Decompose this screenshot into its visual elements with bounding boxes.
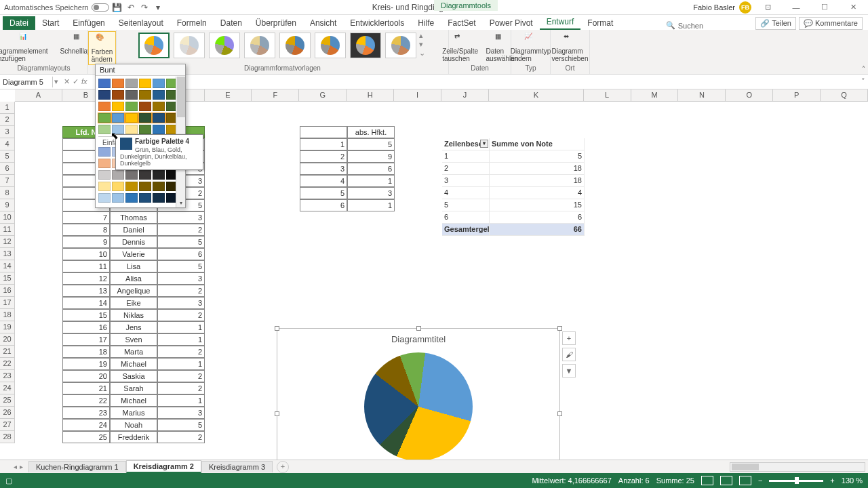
cancel-formula-icon[interactable]: ✕ [64,77,70,86]
cell[interactable]: 4 [442,187,490,199]
resize-handle[interactable] [275,411,279,416]
cell[interactable]: Sarah [110,382,157,394]
palette-row[interactable] [98,79,182,88]
row-header[interactable]: 12 [0,236,14,248]
color-swatch[interactable] [112,102,124,111]
row-header[interactable]: 5 [0,150,14,163]
color-swatch[interactable] [153,193,165,203]
color-swatch[interactable] [98,102,111,111]
cell[interactable]: 23 [62,407,110,419]
column-header[interactable]: A [15,89,62,101]
color-swatch[interactable] [98,147,111,157]
cell[interactable]: 14 [62,297,110,309]
row-header[interactable]: 25 [0,394,14,407]
pie-chart[interactable] [364,352,473,460]
row-header[interactable]: 4 [0,138,14,150]
row-header[interactable]: 24 [0,382,14,394]
cell[interactable]: 1 [347,199,395,211]
color-swatch[interactable] [98,90,111,100]
cell[interactable]: 12 [62,272,110,285]
scroll-down-icon[interactable]: ▾ [177,199,185,207]
cell[interactable]: Summe von Note [490,138,585,150]
cell[interactable]: Daniel [110,224,157,236]
tab-entwicklertools[interactable]: Entwicklertools [343,16,411,30]
palette-row[interactable] [98,102,182,111]
styles-up-icon[interactable]: ▴ [419,31,429,40]
resize-handle[interactable] [557,326,562,331]
column-header[interactable]: O [726,89,773,101]
column-header[interactable]: K [489,89,584,101]
cell[interactable]: 15 [62,309,110,321]
color-swatch[interactable] [125,79,138,88]
row-header[interactable]: 7 [0,175,14,187]
column-header[interactable]: M [631,89,679,101]
cell[interactable]: 24 [62,419,110,431]
cell[interactable]: 1 [157,321,205,333]
enter-formula-icon[interactable]: ✓ [73,77,79,86]
chart-style-1[interactable] [138,33,170,58]
row-header[interactable]: 20 [0,333,14,346]
styles-more-icon[interactable]: ⌄ [419,49,429,58]
color-swatch[interactable] [125,113,138,123]
cell[interactable]: Angelique [110,285,157,297]
minimize-icon[interactable]: — [784,1,808,14]
cell[interactable]: 18 [490,175,585,187]
filter-dropdown-icon[interactable]: ▾ [480,140,488,148]
scroll-thumb[interactable] [177,77,185,117]
cell[interactable]: Michael [110,358,157,370]
cell[interactable]: Valerie [110,248,157,260]
change-chart-type-button[interactable]: 📈Diagrammtyp ändern [508,31,553,64]
cell[interactable]: 2 [442,163,490,175]
row-header[interactable]: 18 [0,309,14,321]
color-swatch[interactable] [139,193,151,203]
collapse-ribbon-icon[interactable]: ˄ [862,65,865,73]
color-swatch[interactable] [112,79,124,88]
add-chart-element-button[interactable]: 📊Diagrammelement hinzufügen [0,31,62,64]
zoom-level[interactable]: 130 % [842,476,863,485]
chart-style-4[interactable] [244,33,275,58]
cell[interactable]: Saskia [110,370,157,382]
switch-row-col-button[interactable]: ⇄Zeile/Spalte tauschen [439,31,483,64]
cell[interactable]: 4 [300,175,347,187]
change-colors-button[interactable]: 🎨Farben ändern [88,31,117,65]
tab-factset[interactable]: FactSet [441,16,482,30]
chart-style-8[interactable] [385,33,416,58]
cell[interactable]: 2 [300,150,347,163]
cell[interactable]: 4 [490,187,585,199]
tab-seitenlayout[interactable]: Seitenlayout [112,16,170,30]
cell[interactable]: 3 [157,211,205,224]
chart-styles-button[interactable]: 🖌 [562,348,576,361]
cell[interactable]: abs. Hfkt. [347,126,395,138]
cell[interactable]: 15 [490,199,585,211]
cell[interactable]: 9 [62,236,110,248]
formula-input[interactable] [92,81,859,83]
sheet-nav-last-icon[interactable]: ▸ [20,463,23,470]
column-header[interactable]: H [347,89,394,101]
cell[interactable]: Marius [110,407,157,419]
cell[interactable]: 20 [62,370,110,382]
name-box[interactable]: Diagramm 5 [0,77,53,87]
cell[interactable]: 5 [157,419,205,431]
column-header[interactable]: E [205,89,252,101]
sheet-tab[interactable]: Kreisdiagramm 2 [126,460,201,473]
chart-elements-button[interactable]: + [562,331,576,345]
cell[interactable]: 3 [157,407,205,419]
cell[interactable]: 8 [62,224,110,236]
cell[interactable]: 19 [62,358,110,370]
zoom-slider[interactable] [769,480,823,482]
cell[interactable]: 3 [300,163,347,175]
row-header[interactable]: 22 [0,358,14,370]
color-swatch[interactable] [139,170,151,180]
palette-row[interactable] [98,90,182,100]
color-swatch[interactable] [112,170,124,180]
cell[interactable]: 1 [347,175,395,187]
styles-down-icon[interactable]: ▾ [419,40,429,49]
cell[interactable]: 17 [62,333,110,346]
cell[interactable]: 5 [442,199,490,211]
close-icon[interactable]: ✕ [841,1,865,14]
cell[interactable]: 6 [442,211,490,224]
cell[interactable]: 5 [157,260,205,272]
cell[interactable]: 2 [157,309,205,321]
cell[interactable]: 6 [347,163,395,175]
row-header[interactable]: 14 [0,260,14,272]
